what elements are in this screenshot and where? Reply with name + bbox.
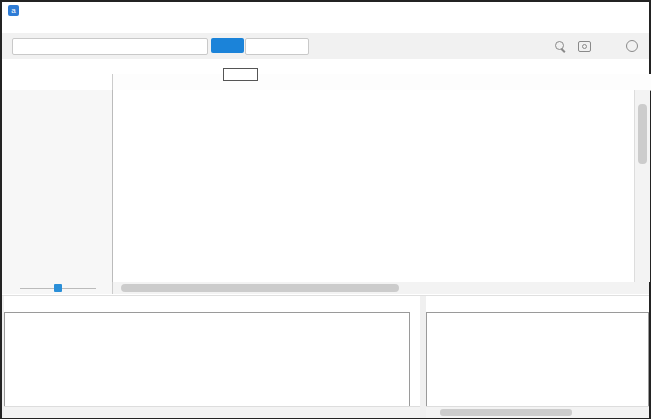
chart-sidebar [2, 90, 113, 282]
settings-icon[interactable] [601, 39, 615, 53]
callstack-table[interactable] [426, 312, 649, 409]
screenshot-icon[interactable] [577, 39, 591, 53]
stop-button[interactable] [211, 38, 244, 53]
search-icon[interactable] [553, 39, 567, 53]
close-icon[interactable] [625, 4, 647, 16]
bottom-section [2, 295, 649, 418]
search-icon-handle [561, 48, 566, 53]
main-tab-bar [2, 59, 649, 75]
screenshot-icon-lens [582, 44, 587, 49]
process-filter-dropdown[interactable] [2, 74, 113, 91]
minimize-icon[interactable] [575, 4, 597, 16]
call-trace-hscrollbar[interactable] [4, 406, 420, 418]
vertical-scroll-thumb[interactable] [638, 104, 647, 164]
device-selector[interactable] [12, 38, 208, 55]
current-time-marker[interactable] [223, 68, 258, 81]
timer-display [245, 38, 309, 55]
zoom-slider-handle[interactable] [54, 284, 62, 292]
callstack-pane [426, 296, 649, 418]
timeline-ruler[interactable] [113, 74, 651, 91]
app-icon: a [8, 5, 19, 16]
app-window: a [0, 0, 651, 419]
toolbar [2, 33, 649, 60]
info-icon[interactable] [625, 39, 639, 53]
info-icon-mark [626, 40, 638, 52]
callstack-hscrollbar[interactable] [426, 406, 649, 418]
zoom-slider[interactable] [2, 282, 113, 294]
title-bar: a [2, 2, 649, 18]
call-trace-pane [4, 296, 420, 418]
call-trace-table[interactable] [4, 312, 410, 409]
callstack-scroll-thumb[interactable] [440, 409, 572, 416]
horizontal-scroll-thumb[interactable] [121, 284, 399, 292]
chart-area[interactable] [113, 90, 634, 282]
chart-horizontal-scrollbar[interactable] [113, 282, 649, 294]
menu-bar [2, 18, 649, 34]
chart-vertical-scrollbar[interactable] [634, 90, 650, 282]
maximize-icon[interactable] [601, 4, 623, 16]
